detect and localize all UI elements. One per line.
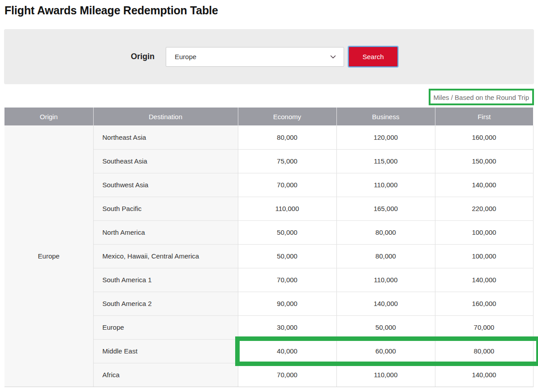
origin-select-wrap: Europe xyxy=(166,47,344,67)
redemption-table-wrap: Origin Destination Economy Business Firs… xyxy=(4,108,533,387)
origin-filter-panel: Origin Europe Search xyxy=(4,29,534,84)
page: Flight Awards Mileage Redemption Table O… xyxy=(0,4,538,392)
business-miles-cell: 120,000 xyxy=(336,125,435,149)
table-header: Origin Destination Economy Business Firs… xyxy=(4,108,533,125)
economy-miles-cell: 50,000 xyxy=(238,220,336,244)
economy-miles-cell: 70,000 xyxy=(238,363,336,387)
first-miles-cell: 100,000 xyxy=(435,244,533,268)
origin-label: Origin xyxy=(131,52,155,61)
economy-miles-cell: 75,000 xyxy=(238,149,336,173)
first-miles-cell: 70,000 xyxy=(435,315,533,339)
column-header-economy: Economy xyxy=(238,108,336,125)
destination-cell: South America 1 xyxy=(93,268,238,292)
business-miles-cell: 110,000 xyxy=(336,363,435,387)
column-header-first: First xyxy=(435,108,533,125)
business-miles-cell: 115,000 xyxy=(336,149,435,173)
business-miles-cell: 110,000 xyxy=(336,268,435,292)
table-row: EuropeNortheast Asia80,000120,000160,000 xyxy=(4,125,533,149)
economy-miles-cell: 90,000 xyxy=(238,292,336,315)
economy-miles-cell: 50,000 xyxy=(238,244,336,268)
page-title: Flight Awards Mileage Redemption Table xyxy=(4,4,538,17)
economy-miles-cell: 110,000 xyxy=(238,197,336,220)
first-miles-cell: 160,000 xyxy=(435,292,533,315)
destination-cell: Middle East xyxy=(93,339,238,363)
column-header-origin: Origin xyxy=(4,108,93,125)
destination-cell: Mexico, Hawaii, Central America xyxy=(93,244,238,268)
destination-cell: Africa xyxy=(93,363,238,387)
business-miles-cell: 80,000 xyxy=(336,244,435,268)
first-miles-cell: 100,000 xyxy=(435,220,533,244)
first-miles-cell: 140,000 xyxy=(435,268,533,292)
miles-note-row: Miles / Based on the Round Trip xyxy=(0,89,534,105)
first-miles-cell: 160,000 xyxy=(435,125,533,149)
search-button[interactable]: Search xyxy=(349,47,398,67)
business-miles-cell: 140,000 xyxy=(336,292,435,315)
first-miles-cell: 140,000 xyxy=(435,363,533,387)
economy-miles-cell: 30,000 xyxy=(238,315,336,339)
first-miles-cell: 220,000 xyxy=(435,197,533,220)
first-miles-cell: 80,000 xyxy=(435,339,533,363)
economy-miles-cell: 70,000 xyxy=(238,268,336,292)
business-miles-cell: 110,000 xyxy=(336,173,435,197)
economy-miles-cell: 70,000 xyxy=(238,173,336,197)
destination-cell: South America 2 xyxy=(93,292,238,315)
destination-cell: Southwest Asia xyxy=(93,173,238,197)
economy-miles-cell: 40,000 xyxy=(238,339,336,363)
business-miles-cell: 165,000 xyxy=(336,197,435,220)
destination-cell: South Pacific xyxy=(93,197,238,220)
destination-cell: Europe xyxy=(93,315,238,339)
column-header-destination: Destination xyxy=(93,108,238,125)
table-body: EuropeNortheast Asia80,000120,000160,000… xyxy=(4,125,533,387)
destination-cell: Northeast Asia xyxy=(93,125,238,149)
column-header-business: Business xyxy=(336,108,435,125)
economy-miles-cell: 80,000 xyxy=(238,125,336,149)
first-miles-cell: 140,000 xyxy=(435,173,533,197)
miles-note-annotation: Miles / Based on the Round Trip xyxy=(429,89,534,105)
first-miles-cell: 150,000 xyxy=(435,149,533,173)
origin-cell: Europe xyxy=(4,125,93,387)
miles-note-text: Miles / Based on the Round Trip xyxy=(434,94,529,101)
business-miles-cell: 80,000 xyxy=(336,220,435,244)
redemption-table: Origin Destination Economy Business Firs… xyxy=(4,108,534,387)
destination-cell: North America xyxy=(93,220,238,244)
origin-select[interactable]: Europe xyxy=(166,47,344,67)
business-miles-cell: 50,000 xyxy=(336,315,435,339)
destination-cell: Southeast Asia xyxy=(93,149,238,173)
business-miles-cell: 60,000 xyxy=(336,339,435,363)
